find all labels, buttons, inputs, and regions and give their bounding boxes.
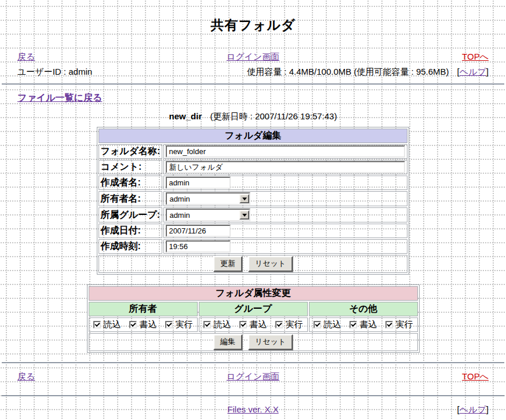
group-read-checkbox[interactable] bbox=[203, 321, 211, 328]
help-link-wrap-top: [ヘルプ] bbox=[457, 67, 489, 78]
perm-label: 実行 bbox=[286, 319, 303, 330]
owner-label: 所有者名: bbox=[99, 191, 163, 206]
update-button[interactable]: 更新 bbox=[213, 256, 242, 272]
comment-label: コメント: bbox=[99, 160, 163, 174]
owner-column-header: 所有者 bbox=[89, 302, 198, 316]
file-list-link[interactable]: ファイル一覧に戻る bbox=[17, 93, 102, 103]
reset-button-attr[interactable]: リセット bbox=[248, 334, 293, 350]
comment-input[interactable] bbox=[166, 161, 405, 173]
back-link-bottom[interactable]: 戻る bbox=[17, 371, 35, 381]
divider-bottom bbox=[2, 395, 504, 396]
group-exec-checkbox[interactable] bbox=[275, 321, 283, 328]
perm-label: 読込 bbox=[104, 319, 121, 330]
owner-read-checkbox[interactable] bbox=[93, 321, 101, 328]
folder-name-label: フォルダ名称: bbox=[99, 144, 163, 159]
create-date-input[interactable] bbox=[166, 225, 231, 237]
perm-label: 読込 bbox=[214, 319, 231, 330]
folder-edit-table: フォルダ編集 フォルダ名称: コメント: 作成者名: 所有者名: admin 所… bbox=[97, 127, 410, 275]
version-link[interactable]: Files ver. X.X bbox=[227, 404, 278, 414]
group-label: 所属グループ: bbox=[99, 207, 163, 222]
perm-label: 書込 bbox=[360, 319, 377, 330]
owner-select[interactable]: admin bbox=[166, 192, 250, 205]
other-column-header: その他 bbox=[309, 302, 418, 316]
reset-button-edit[interactable]: リセット bbox=[248, 256, 293, 272]
divider-mid bbox=[2, 362, 504, 363]
folder-name-input[interactable] bbox=[166, 145, 405, 158]
perm-label: 書込 bbox=[140, 319, 157, 330]
create-time-input[interactable] bbox=[166, 240, 231, 253]
other-exec-checkbox[interactable] bbox=[385, 321, 393, 328]
dir-name: new_dir bbox=[169, 111, 202, 121]
usage-label: 使用容量 : 4.4MB/100.0MB (使用可能容量 : 95.6MB) bbox=[247, 67, 449, 78]
page-title: 共有フォルダ bbox=[0, 0, 506, 34]
create-date-label: 作成日付: bbox=[99, 224, 163, 238]
bracket-close: ] bbox=[486, 67, 489, 76]
owner-exec-checkbox[interactable] bbox=[165, 321, 173, 328]
perm-label: 実行 bbox=[396, 319, 413, 330]
folder-edit-header: フォルダ編集 bbox=[99, 129, 408, 143]
perm-label: 実行 bbox=[176, 319, 193, 330]
login-link-bottom[interactable]: ログイン画面 bbox=[227, 371, 279, 381]
bracket-close: ] bbox=[486, 404, 489, 414]
group-select-value: admin bbox=[167, 211, 239, 220]
bottom-nav-row: 戻る ログイン画面 TOPへ bbox=[0, 371, 506, 382]
creator-input[interactable] bbox=[166, 177, 231, 189]
chevron-down-icon bbox=[239, 210, 249, 220]
create-time-label: 作成時刻: bbox=[99, 239, 163, 254]
version-row: Files ver. X.X [ヘルプ] bbox=[0, 404, 506, 414]
back-link-top[interactable]: 戻る bbox=[17, 52, 35, 61]
owner-perm-cell: 読込書込実行 bbox=[89, 317, 198, 332]
help-link-bottom[interactable]: ヘルプ bbox=[460, 404, 486, 414]
top-nav-row: 戻る ログイン画面 TOPへ bbox=[0, 52, 506, 63]
help-link-wrap-bottom: [ヘルプ] bbox=[457, 404, 489, 415]
group-select[interactable]: admin bbox=[166, 209, 250, 221]
perm-label: 書込 bbox=[250, 319, 267, 330]
owner-select-value: admin bbox=[167, 195, 239, 203]
divider-top bbox=[2, 83, 504, 85]
top-link-bottom[interactable]: TOPへ bbox=[462, 371, 489, 381]
group-perm-cell: 読込書込実行 bbox=[199, 317, 308, 332]
other-read-checkbox[interactable] bbox=[314, 321, 321, 328]
dir-updated: (更新日時 : 2007/11/26 19:57:43) bbox=[210, 111, 337, 121]
directory-info-line: new_dir (更新日時 : 2007/11/26 19:57:43) bbox=[0, 111, 506, 122]
login-link-top[interactable]: ログイン画面 bbox=[227, 52, 279, 61]
perm-label: 読込 bbox=[324, 319, 341, 330]
edit-button[interactable]: 編集 bbox=[213, 334, 242, 350]
creator-label: 作成者名: bbox=[99, 176, 163, 190]
folder-attr-table: フォルダ属性変更 所有者 グループ その他 読込書込実行 読込書込実行 読込書込… bbox=[87, 284, 420, 353]
user-info-row: ユーザーID : admin 使用容量 : 4.4MB/100.0MB (使用可… bbox=[0, 67, 506, 78]
other-perm-cell: 読込書込実行 bbox=[309, 317, 418, 332]
user-id-label: ユーザーID : admin bbox=[17, 67, 92, 78]
group-column-header: グループ bbox=[199, 302, 308, 316]
help-link-top[interactable]: ヘルプ bbox=[460, 67, 486, 76]
group-write-checkbox[interactable] bbox=[239, 321, 247, 328]
other-write-checkbox[interactable] bbox=[350, 321, 357, 328]
chevron-down-icon bbox=[239, 194, 249, 203]
folder-attr-header: フォルダ属性変更 bbox=[89, 286, 418, 301]
owner-write-checkbox[interactable] bbox=[129, 321, 137, 328]
top-link-top[interactable]: TOPへ bbox=[462, 52, 489, 61]
